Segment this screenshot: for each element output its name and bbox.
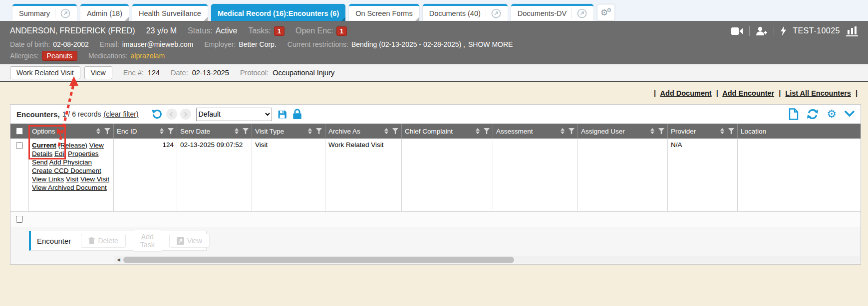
sort-icon[interactable]	[235, 128, 239, 134]
external-link-icon[interactable]	[572, 8, 587, 18]
clear-filter-link[interactable]: (clear filter)	[104, 110, 139, 118]
option-link-add-physician[interactable]: Add Physician	[49, 158, 92, 166]
sort-icon[interactable]	[384, 128, 388, 134]
open-enc-count-badge[interactable]: 1	[336, 26, 347, 36]
scrollbar-thumb[interactable]	[123, 257, 514, 263]
column-header-visit-type[interactable]: Visit Type	[252, 124, 325, 139]
filter-funnel-icon[interactable]	[243, 128, 249, 134]
row-checkbox[interactable]	[16, 142, 23, 149]
column-header-assessment[interactable]: Assessment	[493, 124, 578, 139]
video-camera-icon[interactable]	[731, 27, 743, 35]
tab-admin-label: Admin (18)	[87, 9, 122, 17]
column-header-assigned-user[interactable]: Assigned User	[578, 124, 668, 139]
delete-button[interactable]: Delete	[81, 234, 125, 248]
filter-funnel-icon[interactable]	[569, 128, 575, 134]
external-link-icon[interactable]	[486, 8, 501, 18]
column-header-serv-date[interactable]: Serv Date	[177, 124, 252, 139]
refresh-icon[interactable]	[807, 108, 819, 120]
employer-value: Better Corp.	[239, 40, 276, 48]
medication-value[interactable]: alprazolam	[131, 52, 165, 60]
sort-icon[interactable]	[476, 128, 480, 134]
sort-icon[interactable]	[561, 128, 565, 134]
grid-settings-gear-icon[interactable]: ⚙︎	[827, 109, 837, 120]
option-link-release[interactable]: (Release)	[58, 142, 88, 149]
option-link-view-visit[interactable]: View Visit	[80, 175, 109, 183]
column-header-provider[interactable]: Provider	[668, 124, 738, 139]
column-header-enc-id[interactable]: Enc ID	[114, 124, 177, 139]
scroll-left-arrow-icon[interactable]: ◀	[114, 256, 123, 264]
status-value: Active	[216, 26, 238, 35]
column-header-location[interactable]: Location	[738, 124, 861, 139]
view-button[interactable]: View	[84, 66, 112, 79]
select-all-checkbox[interactable]	[16, 128, 23, 135]
reset-undo-icon[interactable]	[151, 109, 162, 120]
column-header-chief-complaint[interactable]: Chief Complaint	[402, 124, 493, 139]
save-view-icon[interactable]	[277, 109, 288, 120]
new-document-icon[interactable]	[789, 108, 799, 120]
column-header-archive-as[interactable]: Archive As	[325, 124, 402, 139]
options-cell: Current (Release) View Details Edit Prop…	[29, 139, 114, 211]
open-enc-label: Open Enc:	[295, 26, 333, 35]
previous-page-icon[interactable]	[166, 109, 177, 120]
tab-documents[interactable]: Documents (40)	[423, 4, 508, 21]
encounter-table-row: Current (Release) View Details Edit Prop…	[10, 139, 861, 212]
lightning-bolt-icon[interactable]	[780, 26, 787, 36]
tab-health-surveillance[interactable]: Health Surveillance	[132, 4, 208, 21]
work-related-visit-button[interactable]: Work Related Visit	[10, 66, 80, 79]
enc-number-label: Enc #:	[123, 69, 144, 77]
bulk-select-checkbox[interactable]	[16, 216, 23, 223]
column-header-options[interactable]: Options	[29, 124, 114, 139]
tab-on-screen-forms[interactable]: On Screen Forms	[349, 4, 419, 21]
filter-funnel-icon[interactable]	[316, 128, 322, 134]
sort-icon[interactable]	[308, 128, 312, 134]
option-link-view-links[interactable]: View Links	[32, 175, 64, 183]
flowsheet-chart-icon[interactable]	[846, 26, 858, 36]
protocol-value: Occupational Injury	[273, 69, 334, 77]
lock-view-icon[interactable]	[292, 109, 302, 120]
allergy-badge[interactable]: Peanuts	[42, 51, 77, 61]
add-encounter-link[interactable]: Add Encounter	[722, 89, 774, 97]
sort-icon[interactable]	[96, 128, 100, 134]
option-link-visit[interactable]: Visit	[66, 175, 78, 183]
date-value: 02-13-2025	[192, 69, 229, 77]
tab-health-surveillance-label: Health Surveillance	[139, 9, 201, 17]
view-encounter-button[interactable]: View	[169, 234, 210, 248]
show-more-link[interactable]: SHOW MORE	[468, 40, 513, 48]
filter-funnel-icon[interactable]	[658, 128, 664, 134]
option-link-properties[interactable]: Properties	[68, 150, 99, 157]
option-link-current[interactable]: Current	[32, 142, 56, 149]
filter-funnel-icon[interactable]	[104, 128, 110, 134]
horizontal-scrollbar[interactable]: ◀	[114, 256, 860, 264]
patient-age-sex: 23 y/o M	[146, 26, 177, 35]
next-page-icon[interactable]	[180, 109, 191, 120]
scrollbar-track[interactable]	[123, 256, 860, 264]
add-task-button[interactable]: Add Task	[133, 230, 162, 252]
filter-funnel-icon[interactable]	[484, 128, 490, 134]
sort-icon[interactable]	[160, 128, 164, 134]
add-document-link[interactable]: Add Document	[660, 89, 712, 97]
saved-view-select[interactable]: Default	[196, 108, 272, 121]
tab-admin[interactable]: Admin (18)	[80, 4, 129, 21]
tab-settings-gears-icon[interactable]: ⚙︎⚙︎	[597, 4, 615, 21]
filter-funnel-icon[interactable]	[392, 128, 398, 134]
collapse-chevron-down-icon[interactable]	[845, 111, 855, 118]
patient-banner: ANDERSON, FREDERICK (FRED) 23 y/o M Stat…	[0, 21, 868, 64]
external-link-icon[interactable]	[55, 8, 70, 18]
tab-documents-dv[interactable]: Documents-DV	[511, 4, 593, 21]
sort-icon[interactable]	[720, 128, 724, 134]
filter-funnel-icon[interactable]	[728, 128, 734, 134]
filter-funnel-icon[interactable]	[168, 128, 174, 134]
add-user-icon[interactable]	[756, 26, 768, 36]
tab-medical-record-encounters[interactable]: Medical Record (16):Encounters (6)	[211, 4, 345, 21]
option-link-create-ccd[interactable]: Create CCD Document	[32, 167, 101, 174]
grid-record-count: 1 / 6 records	[62, 110, 101, 118]
option-link-view-archived-document[interactable]: View Archived Document	[32, 184, 107, 191]
option-link-edit[interactable]: Edit	[54, 150, 66, 157]
sort-icon[interactable]	[650, 128, 654, 134]
list-all-encounters-link[interactable]: List All Encounters	[785, 89, 851, 97]
tasks-count-badge[interactable]: 1	[274, 26, 285, 36]
tab-summary[interactable]: Summary	[12, 4, 77, 21]
restrictions-label: Current restrictions:	[288, 40, 348, 48]
option-link-send[interactable]: Send	[32, 158, 48, 166]
tab-summary-label: Summary	[19, 9, 50, 17]
